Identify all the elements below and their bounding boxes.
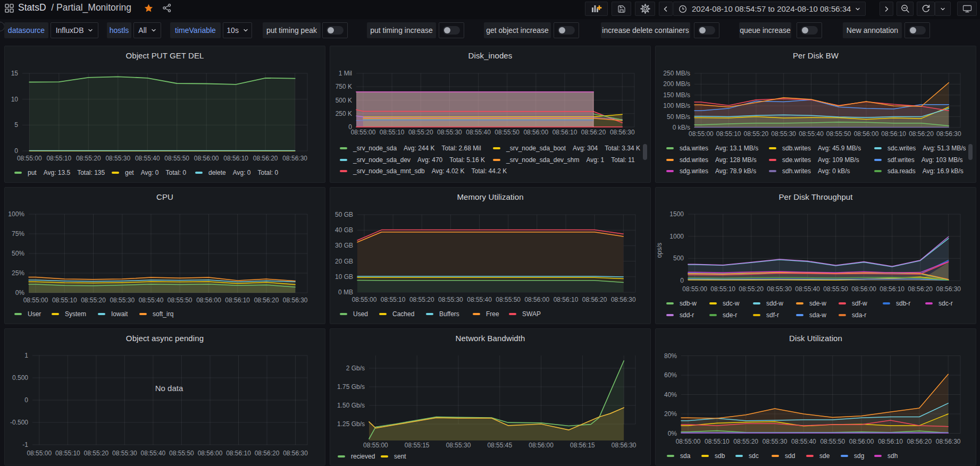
svg-text:08:56:20: 08:56:20 — [254, 296, 279, 304]
svg-text:08:55:50: 08:55:50 — [167, 296, 192, 304]
svg-text:20%: 20% — [664, 410, 677, 418]
svg-text:08:55:40: 08:55:40 — [135, 155, 160, 162]
svg-text:08:55:10: 08:55:10 — [46, 155, 71, 162]
svg-text:1: 1 — [24, 352, 28, 359]
svg-text:08:55:00: 08:55:00 — [689, 130, 714, 138]
svg-text:-0.500: -0.500 — [10, 419, 28, 426]
svg-text:08:55:00: 08:55:00 — [17, 155, 42, 162]
svg-text:40 GB: 40 GB — [335, 226, 353, 234]
svg-text:08:55:30: 08:55:30 — [767, 285, 792, 293]
svg-text:08:56:30: 08:56:30 — [282, 155, 307, 162]
svg-text:ops/s: ops/s — [656, 243, 663, 258]
svg-text:20 GB: 20 GB — [335, 258, 353, 265]
svg-text:08:55:40: 08:55:40 — [466, 129, 491, 136]
svg-text:200 MB/s: 200 MB/s — [663, 80, 690, 88]
svg-text:500 K: 500 K — [336, 97, 352, 104]
svg-text:5: 5 — [14, 121, 18, 129]
svg-text:08:56:20: 08:56:20 — [908, 285, 933, 293]
svg-text:80%: 80% — [664, 352, 677, 360]
svg-text:08:55:30: 08:55:30 — [771, 130, 796, 138]
svg-text:08:55:10: 08:55:10 — [55, 450, 80, 457]
svg-text:08:55:20: 08:55:20 — [84, 450, 109, 457]
svg-text:08:56:30: 08:56:30 — [283, 296, 308, 304]
svg-text:100 MB/s: 100 MB/s — [663, 102, 690, 109]
svg-text:0 kB/s: 0 kB/s — [673, 124, 690, 131]
svg-text:08:55:40: 08:55:40 — [799, 130, 824, 138]
svg-text:150 MB/s: 150 MB/s — [663, 91, 690, 99]
svg-text:08:55:00: 08:55:00 — [682, 285, 707, 293]
svg-text:08:55:00: 08:55:00 — [352, 296, 377, 303]
svg-text:08:55:30: 08:55:30 — [446, 442, 471, 449]
svg-text:08:55:30: 08:55:30 — [112, 450, 137, 457]
svg-text:08:56:20: 08:56:20 — [909, 130, 934, 138]
svg-text:08:55:40: 08:55:40 — [141, 450, 166, 457]
svg-text:25%: 25% — [12, 269, 24, 277]
svg-text:08:55:10: 08:55:10 — [705, 438, 730, 445]
svg-text:08:55:10: 08:55:10 — [381, 296, 406, 303]
svg-text:0%: 0% — [668, 430, 677, 437]
svg-text:-1: -1 — [22, 441, 28, 448]
svg-text:08:56:00: 08:56:00 — [196, 296, 221, 304]
svg-text:250 MB/s: 250 MB/s — [663, 70, 690, 77]
svg-text:08:55:30: 08:55:30 — [437, 129, 462, 136]
svg-text:08:55:30: 08:55:30 — [763, 438, 788, 445]
svg-text:08:55:50: 08:55:50 — [823, 285, 848, 293]
svg-text:08:55:00: 08:55:00 — [23, 296, 48, 304]
svg-text:0%: 0% — [15, 289, 25, 296]
svg-text:08:55:40: 08:55:40 — [791, 438, 816, 445]
svg-text:08:56:10: 08:56:10 — [226, 450, 251, 457]
svg-text:08:55:40: 08:55:40 — [467, 296, 492, 303]
svg-text:60%: 60% — [664, 371, 677, 379]
svg-text:08:56:10: 08:56:10 — [554, 296, 579, 303]
svg-text:08:55:10: 08:55:10 — [710, 285, 735, 293]
svg-text:08:55:20: 08:55:20 — [81, 296, 106, 304]
svg-text:08:56:15: 08:56:15 — [570, 442, 595, 449]
svg-text:08:55:50: 08:55:50 — [496, 296, 521, 303]
svg-text:08:56:00: 08:56:00 — [854, 130, 879, 138]
svg-text:08:56:10: 08:56:10 — [223, 155, 248, 162]
svg-text:40%: 40% — [664, 391, 677, 399]
svg-text:08:56:00: 08:56:00 — [523, 129, 548, 136]
svg-text:08:56:10: 08:56:10 — [878, 438, 903, 445]
svg-text:08:55:20: 08:55:20 — [409, 296, 434, 303]
svg-text:1 Mil: 1 Mil — [339, 70, 352, 77]
svg-text:08:55:20: 08:55:20 — [733, 438, 758, 445]
svg-text:08:55:10: 08:55:10 — [52, 296, 77, 304]
svg-text:08:56:30: 08:56:30 — [611, 296, 636, 303]
svg-text:08:56:30: 08:56:30 — [936, 285, 961, 293]
svg-text:08:55:10: 08:55:10 — [380, 129, 405, 136]
svg-text:08:55:50: 08:55:50 — [495, 129, 520, 136]
svg-text:08:56:30: 08:56:30 — [283, 450, 308, 457]
svg-text:08:56:00: 08:56:00 — [849, 438, 874, 445]
svg-text:08:55:00: 08:55:00 — [27, 450, 52, 457]
svg-text:08:56:30: 08:56:30 — [612, 442, 636, 449]
svg-text:1.75 Gb/s: 1.75 Gb/s — [337, 383, 365, 391]
svg-text:0.500: 0.500 — [12, 374, 28, 382]
svg-text:08:56:00: 08:56:00 — [194, 155, 219, 162]
svg-text:08:56:00: 08:56:00 — [198, 450, 223, 457]
svg-text:0: 0 — [680, 277, 684, 284]
svg-text:08:55:15: 08:55:15 — [405, 442, 430, 449]
svg-text:08:55:50: 08:55:50 — [164, 155, 189, 162]
svg-text:0 MB: 0 MB — [338, 289, 353, 296]
svg-text:750 K: 750 K — [336, 83, 352, 90]
svg-text:08:56:00: 08:56:00 — [851, 285, 876, 293]
svg-text:08:56:30: 08:56:30 — [936, 438, 961, 445]
svg-text:500: 500 — [673, 255, 684, 262]
svg-text:08:55:20: 08:55:20 — [744, 130, 769, 138]
svg-text:1500: 1500 — [669, 210, 684, 218]
svg-text:08:56:10: 08:56:10 — [552, 129, 577, 136]
svg-text:0: 0 — [24, 396, 28, 404]
svg-text:No data: No data — [155, 384, 183, 393]
svg-text:1.25 Gb/s: 1.25 Gb/s — [337, 420, 365, 428]
svg-text:08:55:00: 08:55:00 — [363, 442, 388, 449]
svg-text:08:55:00: 08:55:00 — [676, 438, 701, 445]
svg-text:08:56:20: 08:56:20 — [907, 438, 932, 445]
svg-text:08:56:30: 08:56:30 — [610, 129, 635, 136]
svg-text:08:55:30: 08:55:30 — [105, 155, 130, 162]
svg-text:08:55:50: 08:55:50 — [169, 450, 194, 457]
svg-text:08:55:20: 08:55:20 — [408, 129, 433, 136]
svg-text:08:55:30: 08:55:30 — [110, 296, 135, 304]
svg-text:08:56:00: 08:56:00 — [529, 442, 554, 449]
svg-text:08:56:00: 08:56:00 — [524, 296, 549, 303]
